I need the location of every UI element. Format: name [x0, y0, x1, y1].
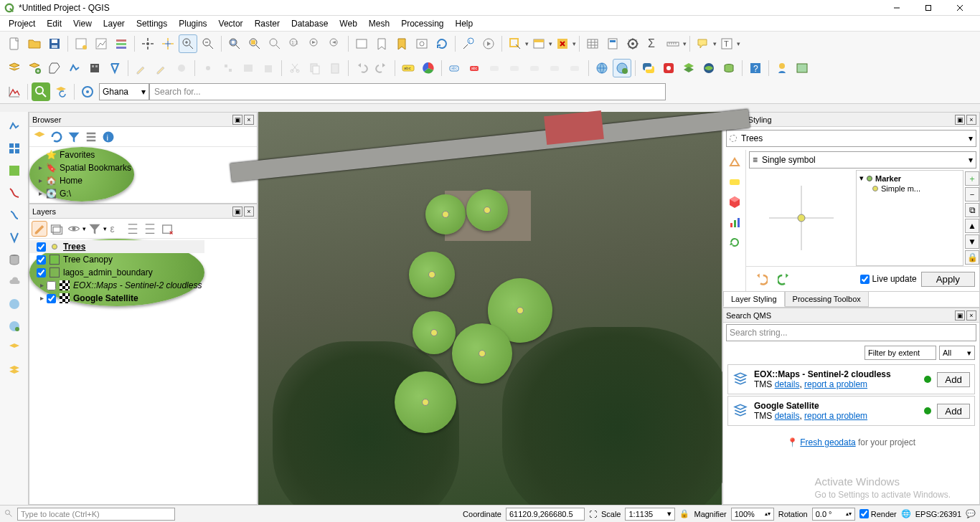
browser-properties-icon[interactable]: i — [100, 129, 116, 145]
rotation-field[interactable]: 0.0 °▴▾ — [812, 508, 855, 521]
pan-to-selection-icon[interactable] — [159, 34, 177, 53]
nominatim-locator-icon[interactable] — [78, 82, 97, 101]
layers-remove-icon[interactable] — [159, 221, 175, 237]
qms-report-link[interactable]: report a problem — [804, 411, 867, 421]
coordinate-field[interactable]: 61120.9,266680.5 — [506, 508, 585, 521]
identify-icon[interactable]: i — [459, 34, 478, 53]
modify-attrs-icon[interactable] — [239, 59, 258, 77]
v-wfs-icon[interactable] — [4, 315, 25, 337]
menu-raster[interactable]: Raster — [249, 16, 286, 32]
symbology-tab-icon[interactable] — [725, 153, 744, 171]
pan-icon[interactable] — [138, 34, 157, 53]
remove-symbol-layer-button[interactable]: － — [965, 187, 979, 201]
crs-icon[interactable]: 🌐 — [901, 509, 911, 518]
new-map-view-icon[interactable] — [352, 34, 371, 53]
messages-icon[interactable]: 💬 — [966, 509, 976, 518]
zoom-next-icon[interactable] — [326, 34, 344, 53]
layer-trees-checkbox[interactable] — [37, 242, 46, 252]
render-checkbox[interactable]: Render — [859, 509, 897, 518]
profile-tool-icon[interactable] — [5, 82, 24, 101]
menu-settings[interactable]: Settings — [131, 16, 173, 32]
label-tool-4-icon[interactable] — [506, 59, 524, 77]
cut-icon[interactable] — [286, 59, 304, 77]
minimize-button[interactable] — [881, 0, 913, 16]
label-tool-1-icon[interactable]: abc — [446, 59, 464, 77]
lock-symbol-layer-button[interactable]: 🔒 — [965, 250, 979, 265]
history-tab-icon[interactable] — [725, 233, 744, 252]
map-tips-icon[interactable] — [694, 34, 712, 53]
show-bookmarks-icon[interactable] — [392, 34, 411, 53]
redo-icon[interactable] — [372, 59, 391, 77]
menu-project[interactable]: Project — [3, 16, 41, 32]
live-update-checkbox[interactable]: Live update — [860, 274, 917, 284]
browser-collapse-icon[interactable] — [83, 129, 99, 145]
layout-manager-icon[interactable] — [92, 34, 110, 53]
v-wms-icon[interactable] — [4, 293, 25, 315]
menu-web[interactable]: Web — [334, 16, 362, 32]
qms-details-link[interactable]: details — [775, 379, 800, 389]
redo-style-button[interactable] — [776, 270, 794, 288]
menu-plugins[interactable]: Plugins — [173, 16, 212, 32]
zoom-to-layer-icon[interactable] — [265, 34, 284, 53]
maximize-button[interactable] — [913, 0, 944, 16]
v-virtual-icon[interactable] — [4, 227, 25, 248]
save-project-icon[interactable] — [45, 34, 64, 53]
browser-item-bookmarks[interactable]: ▸🔖Spatial Bookmarks — [29, 161, 134, 174]
label-abc-icon[interactable]: abc — [399, 59, 418, 77]
zoom-in-icon[interactable] — [179, 34, 197, 53]
fresh-geodata-link[interactable]: Fresh geodata — [800, 437, 855, 447]
duplicate-symbol-layer-button[interactable]: ⧉ — [965, 203, 979, 217]
qms-filter-extent-button[interactable]: Filter by extent — [864, 346, 936, 360]
extents-icon[interactable]: ⛶ — [589, 510, 597, 518]
action-icon[interactable] — [479, 34, 498, 53]
new-bookmark-icon[interactable] — [372, 34, 391, 53]
tab-layer-styling[interactable]: Layer Styling — [723, 292, 785, 307]
symbol-layer-tree[interactable]: ▾Marker Simple m... — [856, 170, 963, 266]
layers-float-button[interactable]: ▣ — [232, 207, 242, 217]
renderer-dropdown[interactable]: ≡Single symbol▾ — [749, 151, 976, 169]
3d-tab-icon[interactable] — [725, 193, 744, 212]
zoom-last-icon[interactable] — [306, 34, 324, 53]
copy-icon[interactable] — [306, 59, 324, 77]
new-project-icon[interactable] — [5, 34, 24, 53]
layers-collapse-icon[interactable] — [142, 221, 158, 237]
qms-filter-all-dropdown[interactable]: All▾ — [939, 346, 975, 360]
scale-field[interactable]: 1:1135▾ — [625, 508, 675, 521]
menu-edit[interactable]: Edit — [41, 16, 67, 32]
movedown-symbol-layer-button[interactable]: ▼ — [965, 234, 979, 249]
digitize-icon[interactable] — [199, 59, 217, 77]
v-xyz-icon[interactable] — [4, 338, 25, 359]
toolbox-icon[interactable] — [623, 34, 642, 53]
browser-item-home[interactable]: ▸🏠Home — [29, 174, 134, 187]
layer-trees[interactable]: Trees — [29, 240, 204, 253]
new-shapefile-icon[interactable] — [65, 59, 84, 77]
new-memorylayer-icon[interactable] — [25, 59, 44, 77]
geocode-region-dropdown[interactable]: Ghana▾ — [99, 83, 149, 100]
apply-button[interactable]: Apply — [921, 272, 975, 287]
new-virtual-layer-icon[interactable] — [105, 59, 124, 77]
plugin-a-icon[interactable] — [659, 59, 678, 77]
layer-tree-canopy[interactable]: Tree Canopy — [29, 253, 204, 266]
toggle-editing-icon[interactable] — [132, 59, 151, 77]
statistics-icon[interactable]: Σ — [644, 34, 662, 53]
v-mesh-icon[interactable] — [4, 182, 25, 204]
python-console-icon[interactable] — [639, 59, 658, 77]
new-print-layout-icon[interactable] — [72, 34, 90, 53]
tab-processing-toolbox[interactable]: Processing Toolbox — [785, 292, 869, 307]
new-geopackage-icon[interactable] — [45, 59, 64, 77]
layers-expand-icon[interactable] — [125, 221, 141, 237]
layer-google-satellite[interactable]: ▸Google Satellite — [29, 292, 204, 305]
layers-expression-icon[interactable]: ε — [108, 221, 123, 237]
geocode-search-input[interactable]: Search for... — [149, 83, 666, 100]
menu-help[interactable]: Help — [450, 16, 479, 32]
label-tool-3-icon[interactable] — [486, 59, 504, 77]
layers-style-icon[interactable] — [32, 221, 47, 237]
label-tool-2-icon[interactable]: abc — [466, 59, 484, 77]
layers-filter-icon[interactable] — [87, 221, 103, 237]
labels-tab-icon[interactable] — [725, 173, 744, 191]
quick-osm-icon[interactable] — [32, 82, 50, 101]
qms-close-button[interactable]: × — [966, 310, 976, 321]
layer-canopy-checkbox[interactable] — [37, 255, 46, 265]
lock-icon[interactable]: 🔒 — [679, 509, 689, 518]
zoom-full-icon[interactable] — [225, 34, 244, 53]
